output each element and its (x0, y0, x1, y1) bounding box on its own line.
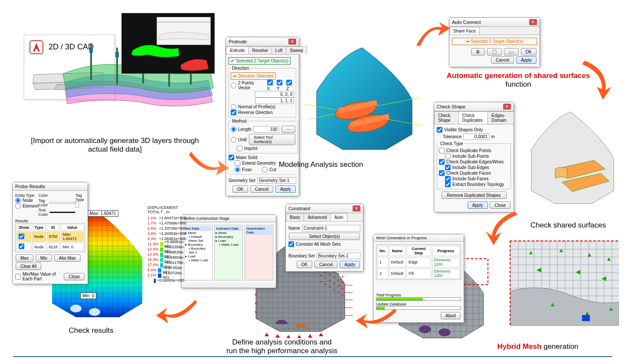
checkshape-title: Check Shape (437, 104, 465, 109)
tab-extrude[interactable]: Extrude (226, 46, 249, 54)
step-autogen-label: Automatic generation of shared surfaces … (440, 72, 596, 89)
tab-loft[interactable]: Loft (272, 46, 287, 54)
svg-point-56 (325, 278, 326, 279)
legend: DISPLACEMENT TOTAL T , m 1.1%+1.60471e+0… (147, 206, 184, 283)
abort-button[interactable]: Abort (441, 312, 461, 319)
min-button[interactable]: Min (36, 254, 52, 262)
tab-edgesdomain[interactable]: Edges-Domain (488, 111, 514, 124)
step-checkshared-label: Check shared surfaces (518, 221, 618, 230)
cb-mmeach[interactable] (15, 274, 21, 280)
select-tool-btn[interactable]: Select Tool Surface(s) (249, 134, 295, 145)
close-icon[interactable]: ✕ (288, 39, 296, 45)
svg-text:▲: ▲ (528, 249, 534, 256)
selected-targets[interactable]: ✔Selected 2 Target Object(s) (229, 57, 291, 65)
apply-button[interactable]: Apply (340, 261, 360, 268)
clearall-button[interactable]: Clear All (16, 263, 41, 270)
tab-shareface[interactable]: Share Face (449, 27, 480, 35)
analysis-dark-preview (121, 13, 215, 74)
apply-button[interactable]: Apply (516, 56, 537, 64)
cb-imprint[interactable] (237, 146, 242, 151)
cb-dupedges[interactable] (439, 159, 445, 165)
step-modeling-label: Modeling Analysis section (252, 160, 390, 169)
tab-checkdup[interactable]: Check Duplicates (458, 111, 488, 124)
icon-btn-2[interactable]: 📋 (487, 48, 502, 55)
radio-node[interactable] (15, 198, 21, 203)
cb-extend[interactable] (235, 160, 240, 166)
cb-consider[interactable] (288, 241, 294, 247)
tab-auto[interactable]: Auto (330, 213, 347, 221)
cb-duppts[interactable] (439, 148, 445, 153)
cb-dupfaces[interactable] (439, 170, 445, 176)
flow-arrow-icon (356, 303, 399, 329)
ok-button[interactable]: OK (297, 261, 312, 268)
remove-dup-button[interactable]: Remove Duplicated Shapes (442, 192, 507, 199)
step-checkresults-label: Check results (52, 326, 130, 335)
geomset-input[interactable]: Geometry Set-1 (257, 177, 296, 184)
svg-point-64 (334, 289, 335, 290)
total-progress (376, 297, 461, 301)
close-button[interactable]: Close (64, 273, 85, 280)
direction-selected[interactable]: ➡Direction Selected (231, 72, 275, 80)
ok-button[interactable]: OK (521, 48, 537, 55)
radio-normal[interactable] (231, 104, 236, 110)
svg-point-57 (329, 280, 330, 282)
probe-title: Probe Results (15, 184, 45, 189)
svg-rect-10 (115, 52, 119, 57)
constraint-dialog: Constraint✕ Basic Advanced Auto NameCons… (285, 204, 363, 272)
cancel-button[interactable]: Cancel (250, 185, 273, 193)
selected-3-targets[interactable]: ➡Selected 3 Target Object(s) (452, 38, 537, 45)
svg-point-62 (325, 284, 326, 285)
flow-arrow-icon (156, 295, 200, 325)
icon-btn-3[interactable]: 📖 (504, 48, 519, 55)
cancel-button[interactable]: Cancel (314, 261, 337, 268)
svg-point-58 (334, 283, 335, 284)
svg-point-21 (419, 325, 431, 333)
svg-point-55 (321, 275, 322, 276)
icon-btn-1[interactable]: 🗎 (471, 48, 485, 55)
autoconnect-dialog: Auto Connect✕ Share Face ➡Selected 3 Tar… (449, 17, 540, 67)
hybrid-mesh-zoom: ▲▲▲▲ ◀◀◀ ▲▲▲ (510, 240, 618, 325)
radio-fuse[interactable] (235, 167, 240, 172)
svg-point-48 (342, 276, 344, 277)
step-define-label: Define analysis conditions and run the h… (200, 338, 364, 355)
tab-basic[interactable]: Basic (286, 213, 304, 221)
tab-advanced[interactable]: Advanced (304, 213, 330, 221)
svg-point-42 (255, 311, 257, 313)
svg-point-67 (70, 305, 82, 312)
constraint-name-input[interactable]: Constraint-1 (302, 225, 360, 231)
svg-point-54 (342, 282, 344, 283)
svg-point-65 (338, 292, 339, 293)
vec2-input[interactable]: 1, 1, 1 (255, 98, 294, 104)
tolerance-input[interactable]: 0.0001 (463, 133, 489, 140)
bset-input[interactable]: Boundary Set-1 (317, 253, 360, 259)
tab-revolve[interactable]: Revolve (248, 46, 272, 54)
cb-visible[interactable] (437, 127, 442, 133)
ok-button[interactable]: OK (232, 185, 248, 193)
tagtype-select[interactable] (75, 201, 79, 208)
length-picker-btn[interactable]: ⋯ (281, 126, 295, 133)
radio-element[interactable] (15, 203, 21, 209)
select-objects-btn[interactable]: Select Object(s) (289, 233, 360, 240)
close-icon[interactable]: ✕ (529, 19, 537, 25)
radio-2pts[interactable] (231, 83, 236, 88)
step-hybrid-label: Hybrid Mesh generation (473, 342, 603, 351)
svg-point-22 (438, 328, 451, 336)
length-input[interactable]: 100 (253, 126, 279, 133)
absmax-button[interactable]: Abs Max (54, 254, 81, 262)
cb-reverse[interactable] (231, 110, 236, 115)
probe-results-dialog: Probe Results Entity Type Node Element C… (12, 182, 88, 284)
table-row: Node8750Max: 1.60471 (16, 231, 84, 242)
radio-until[interactable] (231, 137, 236, 143)
cancel-button[interactable]: Cancel (491, 56, 514, 64)
close-icon[interactable]: ✕ (353, 205, 360, 211)
autoconnect-title: Auto Connect (452, 20, 481, 25)
cyan-terrain-tunnels (299, 35, 425, 156)
table-row: 2DefaultFillElements: 1250 (377, 268, 460, 279)
max-button[interactable]: Max (16, 254, 33, 262)
apply-button[interactable]: Apply (275, 185, 296, 193)
tab-checkshape[interactable]: Check Shape (434, 111, 459, 124)
vec1-input[interactable]: 0, 0, 0 (255, 91, 294, 98)
radio-length[interactable] (231, 127, 236, 132)
close-icon[interactable]: ✕ (503, 104, 511, 110)
svg-text:▲: ▲ (586, 251, 592, 258)
